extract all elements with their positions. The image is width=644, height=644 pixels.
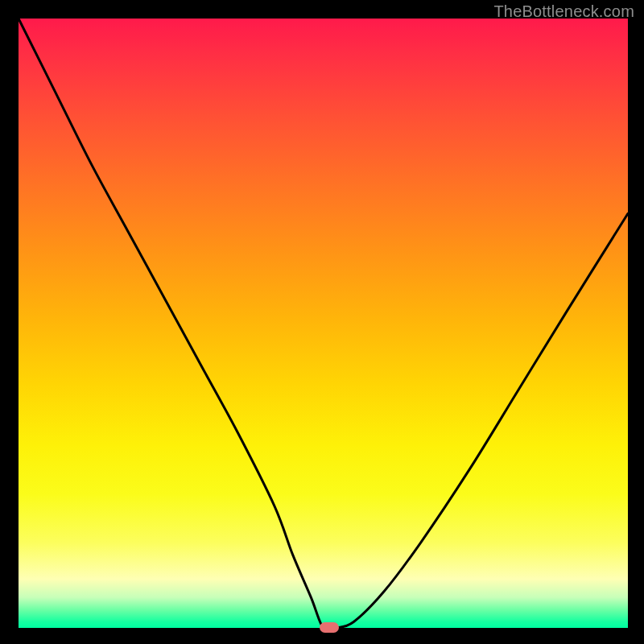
chart-container: TheBottleneck.com [0, 0, 644, 644]
plot-area [19, 19, 628, 628]
watermark-text: TheBottleneck.com [493, 2, 634, 21]
optimal-marker [320, 622, 339, 633]
bottleneck-curve [19, 19, 628, 628]
